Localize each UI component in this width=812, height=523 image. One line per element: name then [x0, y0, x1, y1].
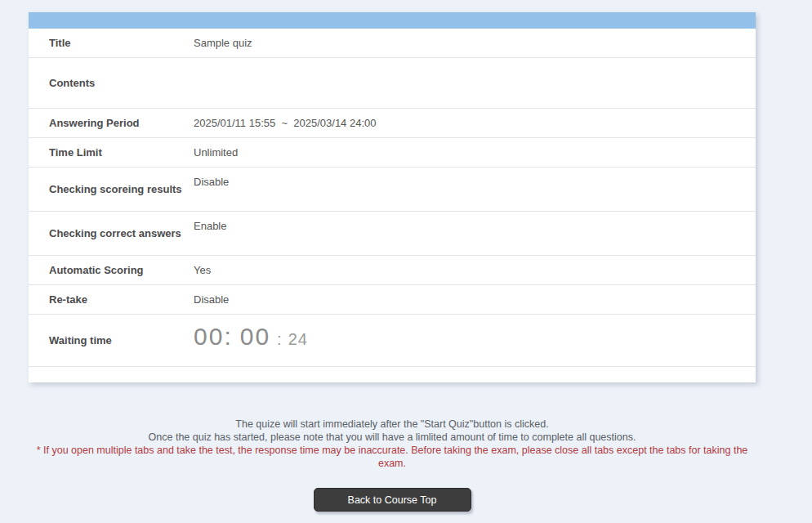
waiting-time-minutes: 00 [240, 323, 270, 350]
waiting-time-seconds: 24 [288, 330, 308, 348]
row-value: 2025/01/11 15:55 ~ 2025/03/14 24:00 [194, 109, 756, 137]
row-value: Disable [194, 168, 756, 211]
note-line-1: The quize will start immediately after t… [29, 418, 756, 431]
row-value: Enable [194, 212, 756, 255]
table-row-contents: Contents [29, 58, 756, 109]
panel-bottom-strip [29, 367, 756, 382]
table-row-title: Title Sample quiz [29, 29, 756, 58]
note-warning: * If you open multiple tabs and take the… [29, 444, 756, 470]
waiting-time-colon: : [277, 330, 283, 348]
row-label: Waiting time [29, 315, 194, 366]
row-label: Automatic Scoring [29, 256, 194, 284]
row-value: Yes [194, 256, 756, 284]
waiting-time-display: 00:00:24 [194, 315, 756, 366]
panel-header-bar [29, 12, 756, 29]
waiting-time-hours: 00 [194, 323, 224, 350]
row-label: Contents [29, 58, 194, 108]
row-label: Answering Period [29, 109, 194, 137]
note-line-2: Once the quiz has started, please note t… [29, 431, 756, 444]
row-label: Checking correct answers [29, 212, 194, 255]
row-value [194, 58, 756, 108]
row-label: Re-take [29, 285, 194, 314]
quiz-info-panel: Title Sample quiz Contents Answering Per… [29, 12, 756, 382]
table-row-checking-correct-answers: Checking correct answers Enable [29, 212, 756, 256]
waiting-time-colon: : [224, 323, 232, 350]
row-value: Disable [194, 285, 756, 314]
back-to-course-top-button[interactable]: Back to Course Top [314, 488, 471, 512]
table-row-checking-scoring-results: Checking scoreing results Disable [29, 168, 756, 212]
table-row-time-limit: Time Limit Unlimited [29, 138, 756, 168]
quiz-notes: The quize will start immediately after t… [29, 418, 756, 470]
table-row-retake: Re-take Disable [29, 285, 756, 315]
table-row-automatic-scoring: Automatic Scoring Yes [29, 256, 756, 285]
table-row-answering-period: Answering Period 2025/01/11 15:55 ~ 2025… [29, 109, 756, 138]
row-label: Title [29, 29, 194, 57]
row-label: Time Limit [29, 138, 194, 167]
row-label: Checking scoreing results [29, 168, 194, 211]
footer-actions: Back to Course Top [29, 488, 756, 512]
table-row-waiting-time: Waiting time 00:00:24 [29, 315, 756, 367]
row-value: Sample quiz [194, 29, 756, 57]
row-value: Unlimited [194, 138, 756, 167]
